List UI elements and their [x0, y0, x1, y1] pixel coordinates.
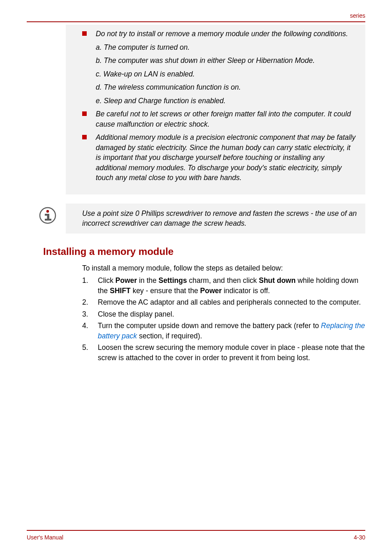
svg-point-1	[46, 210, 49, 212]
page-footer: User's Manual 4-30	[27, 530, 365, 541]
warnings-panel: Do not try to install or remove a memory…	[66, 25, 365, 194]
step-text: Close the display panel.	[98, 309, 365, 319]
warning-text: Do not try to install or remove a memory…	[96, 29, 357, 39]
step-2: 2. Remove the AC adaptor and all cables …	[82, 297, 365, 308]
step-text: Turn the computer upside down and remove…	[98, 321, 365, 341]
step-number: 5.	[82, 342, 98, 363]
warning-sub-c: c. Wake-up on LAN is enabled.	[96, 69, 357, 79]
text-part: section, if required).	[137, 332, 202, 340]
warning-sub-b: b. The computer was shut down in either …	[96, 56, 357, 66]
bold-shift: SHIFT	[110, 287, 131, 295]
bold-power2: Power	[200, 287, 222, 295]
warning-sub-a: a. The computer is turned on.	[96, 42, 357, 53]
warning-text: Additional memory module is a precision …	[96, 132, 357, 183]
section-heading: Installing a memory module	[43, 246, 365, 257]
step-text: Loosen the screw securing the memory mod…	[98, 342, 365, 363]
footer-left: User's Manual	[27, 534, 63, 541]
step-text: Remove the AC adaptor and all cables and…	[98, 297, 365, 308]
step-4: 4. Turn the computer upside down and rem…	[82, 321, 365, 341]
step-5: 5. Loosen the screw securing the memory …	[82, 342, 365, 363]
header-series-label: series	[27, 12, 365, 22]
info-note-panel: Use a point size 0 Phillips screwdriver …	[66, 204, 365, 234]
step-number: 4.	[82, 321, 98, 341]
footer-page-number: 4-30	[354, 534, 365, 541]
warning-text: Be careful not to let screws or other fo…	[96, 109, 357, 129]
warning-item-1: Do not try to install or remove a memory…	[82, 29, 357, 39]
text-part: Click	[98, 276, 115, 285]
warning-item-2: Be careful not to let screws or other fo…	[82, 109, 357, 129]
step-number: 3.	[82, 309, 98, 319]
info-note-text: Use a point size 0 Phillips screwdriver …	[82, 208, 357, 229]
info-icon	[39, 207, 56, 224]
step-3: 3. Close the display panel.	[82, 309, 365, 319]
warning-item-3: Additional memory module is a precision …	[82, 132, 357, 183]
bullet-icon	[82, 135, 87, 139]
bold-settings: Settings	[159, 276, 187, 285]
bullet-icon	[82, 111, 87, 116]
step-number: 1.	[82, 275, 98, 296]
warning-sub-e: e. Sleep and Charge function is enabled.	[96, 96, 357, 106]
text-part: Turn the computer upside down and remove…	[98, 322, 321, 330]
svg-rect-4	[45, 219, 51, 221]
text-part: charm, and then click	[187, 276, 259, 285]
section-intro: To install a memory module, follow the s…	[82, 263, 365, 273]
step-text: Click Power in the Settings charm, and t…	[98, 275, 365, 296]
steps-list: 1. Click Power in the Settings charm, an…	[82, 275, 365, 363]
step-1: 1. Click Power in the Settings charm, an…	[82, 275, 365, 296]
bold-power: Power	[115, 276, 137, 285]
step-number: 2.	[82, 297, 98, 308]
warning-sub-d: d. The wireless communication function i…	[96, 82, 357, 93]
text-part: indicator is off.	[222, 287, 270, 295]
text-part: key - ensure that the	[131, 287, 200, 295]
bold-shutdown: Shut down	[259, 276, 295, 285]
text-part: in the	[137, 276, 159, 285]
bullet-icon	[82, 31, 87, 36]
